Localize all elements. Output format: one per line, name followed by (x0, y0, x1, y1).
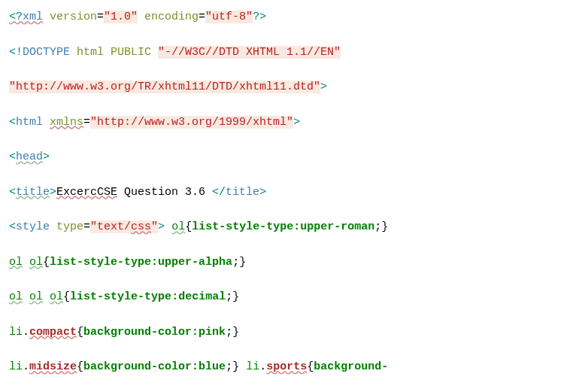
html-tag: html (16, 116, 43, 129)
code-line-6: <title>ExcercCSE Question 3.6 </title> (9, 184, 579, 202)
value-decimal: decimal (178, 290, 226, 303)
version-attr: version (43, 11, 97, 23)
code-line-4: <html xmlns="http://www.w3.org/1999/xhtm… (9, 114, 579, 132)
xml-open-delim: <? (9, 11, 23, 23)
prop-list-style-type: list-style-type (50, 256, 151, 269)
class-compact: compact (29, 326, 77, 339)
code-line-11: li.midsize{background-color:blue;} li.sp… (9, 359, 579, 376)
class-midsize: midsize (29, 360, 77, 373)
selector-li: li (9, 360, 23, 373)
css-word: css (131, 220, 151, 233)
doctype-string-1: "-//W3C//DTD XHTML 1.1//EN" (158, 46, 341, 59)
code-line-5: <head> (9, 149, 579, 166)
xml-close-delim: ?> (253, 11, 266, 23)
version-value: "1.0" (104, 11, 138, 23)
code-line-10: li.compact{background-color:pink;} (9, 324, 579, 342)
xml-tag: xml (23, 11, 43, 23)
code-line-8: ol ol{list-style-type:upper-alpha;} (9, 254, 579, 272)
code-line-9: ol ol ol{list-style-type:decimal;} (9, 289, 579, 306)
prop-background-color: background-color (83, 326, 192, 339)
xmlns-attr: xmlns (50, 116, 83, 129)
class-sports: sports (266, 360, 307, 373)
code-line-1: <?xml version="1.0" encoding="utf-8"?> (9, 9, 579, 26)
value-blue: blue (199, 360, 226, 373)
selector-ol: ol (29, 290, 43, 303)
doctype-tag: DOCTYPE (23, 46, 70, 59)
prop-list-style-type: list-style-type (70, 290, 171, 303)
code-line-3: "http://www.w3.org/TR/xhtml11/DTD/xhtml1… (9, 79, 579, 96)
style-tag: style (16, 220, 50, 233)
selector-ol: ol (171, 220, 185, 233)
encoding-attr: encoding (138, 11, 199, 23)
xmlns-value: "http://www.w3.org/1999/xhtml" (90, 116, 293, 129)
head-tag: head (16, 150, 43, 163)
encoding-value: "utf-8" (205, 11, 253, 23)
prop-background: background- (314, 360, 388, 373)
value-upper-roman: upper-roman (300, 220, 374, 233)
title-open-tag: title (16, 186, 50, 199)
selector-li: li (246, 360, 259, 373)
doctype-string-2: "http://www.w3.org/TR/xhtml11/DTD/xhtml1… (9, 81, 320, 93)
value-upper-alpha: upper-alpha (158, 256, 232, 269)
prop-list-style-type: list-style-type (192, 220, 293, 233)
title-text-word: ExcercCSE (56, 186, 117, 199)
selector-ol: ol (29, 256, 43, 269)
selector-ol: ol (50, 290, 63, 303)
selector-ol: ol (9, 256, 23, 269)
code-line-7: <style type="text/css"> ol{list-style-ty… (9, 219, 579, 236)
value-pink: pink (199, 326, 226, 339)
code-line-2: <!DOCTYPE html PUBLIC "-//W3C//DTD XHTML… (9, 44, 579, 62)
prop-background-color: background-color (83, 360, 192, 373)
selector-ol: ol (9, 290, 23, 303)
selector-li: li (9, 326, 23, 339)
title-text-rest: Question 3.6 (117, 186, 212, 199)
title-close-tag: title (226, 186, 259, 199)
